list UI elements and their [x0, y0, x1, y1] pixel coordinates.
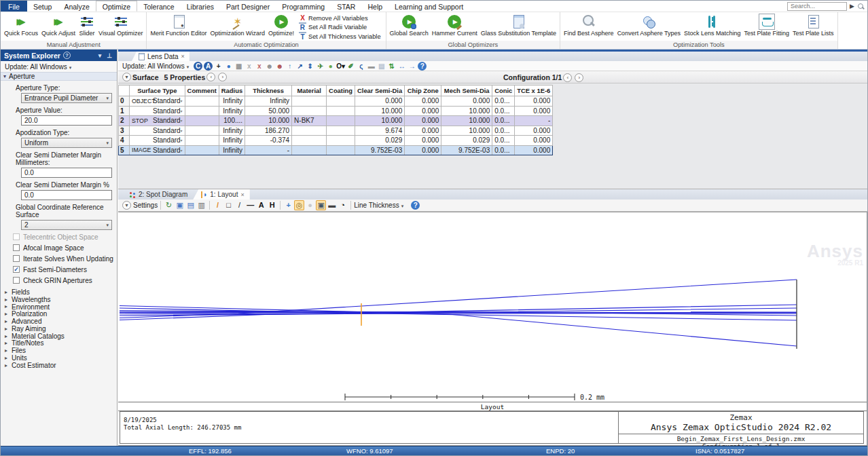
tab-1-layout[interactable]: ◗1: Layout× [193, 189, 249, 200]
copy-icon[interactable]: ▣ [175, 200, 185, 210]
ribbon-button-hammer-current[interactable]: Hammer Current [431, 13, 479, 38]
column-header-tce-x-1e-6[interactable]: TCE x 1E-6 [515, 86, 553, 96]
chart-icon[interactable]: ▦ [234, 62, 243, 71]
menu-tolerance[interactable]: Tolerance [137, 1, 181, 12]
coating-cell[interactable] [327, 136, 355, 146]
arrow-forward-icon[interactable]: → [408, 62, 416, 71]
global-coordinate-reference-surface-select[interactable]: 2▾ [21, 220, 112, 230]
axis-tool-icon[interactable]: x [245, 62, 253, 71]
column-header-mech-semi-dia[interactable]: Mech Semi-Dia [441, 86, 492, 96]
print-icon[interactable]: ▥ [196, 200, 206, 210]
clear-semi-dia-cell[interactable]: 9.674 [355, 126, 405, 136]
check-grin-apertures-checkbox[interactable]: Check GRIN Apertures [13, 276, 117, 284]
apodization-type-select[interactable]: Uniform▾ [21, 138, 112, 148]
sheet-icon[interactable]: ▤ [377, 62, 386, 71]
surface-delete-icon[interactable]: ☻ [275, 62, 284, 71]
clear-semi-dia-cell[interactable]: 9.752E-03 [355, 145, 405, 155]
pencil-icon[interactable]: / [213, 200, 223, 210]
swap-vertical-icon[interactable]: ⇅ [387, 62, 396, 71]
toggle-icon[interactable]: ▬ [367, 62, 376, 71]
search-input[interactable] [787, 2, 847, 11]
ribbon-button-stock-lens-matching[interactable]: Stock Lens Matching [683, 13, 742, 38]
ribbon-button-test-plate-lists[interactable]: Test Plate Lists [791, 13, 835, 38]
tce-cell[interactable]: 0.000 [515, 126, 553, 136]
thickness-cell[interactable]: -0.374 [245, 136, 292, 146]
save-icon[interactable]: ▤ [185, 200, 196, 210]
help-icon[interactable]: ? [418, 62, 427, 71]
surface-type-cell[interactable]: Standard▾ [130, 136, 185, 146]
tree-item-files[interactable]: ▸Files [1, 347, 117, 354]
radius-cell[interactable]: Infinity [219, 106, 245, 116]
ribbon-button-global-search[interactable]: Global Search [388, 13, 430, 38]
arrow-tilt-icon[interactable]: ↗ [295, 62, 304, 71]
settings-chevron-icon[interactable]: ▾ [122, 201, 131, 210]
fast-semi-diameters-checkbox[interactable]: ✓Fast Semi-Diameters [13, 265, 117, 273]
material-cell[interactable] [292, 96, 327, 107]
rectangle-icon[interactable]: □ [223, 200, 234, 210]
ribbon-button-optimization-wizard[interactable]: Optimization Wizard [209, 13, 266, 38]
tree-item-fields[interactable]: ▸Fields [1, 288, 117, 296]
mech-semi-dia-cell[interactable]: 10.000 [441, 106, 492, 116]
lock-icon[interactable]: ● [305, 200, 315, 210]
thickness-cell[interactable]: 186.270 [245, 126, 292, 136]
layout-plot[interactable]: 0.2 mm Ansys 2025 R1 Layout 8/19/2025 To… [118, 212, 867, 446]
ribbon-button-test-plate-fitting[interactable]: Test Plate Fitting [743, 13, 791, 38]
clear-semi-dia-cell[interactable]: 0.000 [355, 96, 405, 107]
a-circle-icon[interactable]: A [204, 62, 213, 71]
chip-zone-cell[interactable]: 0.000 [405, 96, 441, 107]
globe-icon[interactable]: ● [224, 62, 233, 71]
surface-type-cell[interactable]: OBJECTStandard▾ [130, 96, 185, 107]
c-circle-icon[interactable]: C [194, 62, 202, 71]
menu-analyze[interactable]: Analyze [58, 1, 95, 12]
clear-semi-diameter-margin-input[interactable]: 0.0 [21, 190, 112, 200]
menu-setup[interactable]: Setup [27, 1, 58, 12]
column-header-surface-type[interactable]: Surface Type [130, 86, 185, 96]
pan-icon[interactable]: + [283, 200, 293, 210]
menu-programming[interactable]: Programming [276, 1, 331, 12]
menu-part-designer[interactable]: Part Designer [220, 1, 276, 12]
conic-cell[interactable]: 0.0... [492, 106, 515, 116]
curve-icon[interactable]: ς [357, 62, 365, 71]
sidebar-update-dropdown[interactable]: Update: All Windows▾ [1, 61, 117, 72]
surface-type-cell[interactable]: STOPStandard▾ [130, 116, 185, 126]
radius-cell[interactable]: 100.... [219, 116, 245, 126]
line-thickness-dropdown[interactable]: Line Thickness▾ [354, 202, 403, 209]
tce-cell[interactable]: 0.000 [515, 96, 553, 107]
material-cell[interactable]: N-BK7 [292, 116, 327, 126]
arrow-up-icon[interactable]: ↑ [285, 62, 294, 71]
aperture-section-header[interactable]: ▾ Aperture [1, 72, 117, 81]
zoom-icon[interactable]: ◎ [294, 200, 304, 210]
swap-horizontal-icon[interactable]: ↔ [397, 62, 406, 71]
conic-cell[interactable]: 0.0... [492, 96, 515, 107]
column-header-conic[interactable]: Conic [492, 86, 515, 96]
collapse-panel-icon[interactable]: ▾ [97, 52, 103, 59]
tab-2-spot-diagram[interactable]: 2: Spot Diagram [121, 189, 193, 200]
settings-button[interactable]: Settings [133, 202, 158, 209]
coating-cell[interactable] [327, 126, 355, 136]
aperture-type-select[interactable]: Entrance Pupil Diameter▾ [21, 93, 112, 103]
pencil-check-icon[interactable]: ✐ [346, 62, 355, 71]
arrows-updown-icon[interactable]: ⇕ [306, 62, 314, 71]
tree-item-wavelengths[interactable]: ▸Wavelengths [1, 296, 117, 303]
comment-cell[interactable] [185, 126, 219, 136]
surface-type-cell[interactable]: Standard▾ [130, 106, 185, 116]
run-macro-icon[interactable]: ▶ [850, 3, 854, 10]
ribbon-button-merit-function-editor[interactable]: Merit Function Editor [149, 13, 208, 38]
mech-semi-dia-cell[interactable]: 0.000 [441, 96, 492, 107]
prev-property-button[interactable]: ‹ [206, 73, 215, 81]
coating-cell[interactable] [327, 106, 355, 116]
text-icon[interactable]: A [256, 200, 266, 210]
column-header-thickness[interactable]: Thickness [245, 86, 292, 96]
coating-cell[interactable] [327, 96, 355, 107]
pin-icon[interactable]: ⊥ [105, 52, 113, 59]
help-icon[interactable]: ? [411, 201, 420, 210]
column-header-coating[interactable]: Coating [327, 86, 355, 96]
tce-cell[interactable]: 0.000 [515, 136, 553, 146]
tce-cell[interactable]: 0.000 [515, 145, 553, 155]
comment-cell[interactable] [185, 136, 219, 146]
comment-cell[interactable] [185, 116, 219, 126]
ribbon-button-set-all-radii-variable[interactable]: RSet All Radii Variable [296, 22, 384, 31]
tce-cell[interactable]: - [515, 116, 553, 126]
refresh-icon[interactable]: ↻ [164, 200, 174, 210]
collapse-properties-button[interactable]: ▾ [122, 73, 131, 81]
